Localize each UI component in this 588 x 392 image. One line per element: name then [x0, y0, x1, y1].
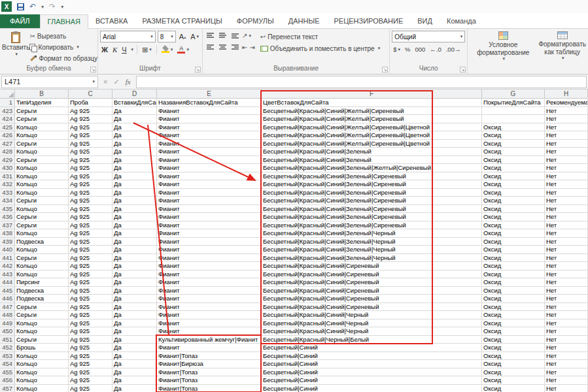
cell[interactable]: Нет	[545, 295, 588, 303]
cell[interactable]: Оксид	[482, 344, 545, 352]
cell[interactable]: Да	[112, 344, 157, 352]
row-header[interactable]: 452	[0, 344, 15, 352]
align-right-icon[interactable]	[230, 42, 240, 52]
save-icon[interactable]	[17, 3, 24, 10]
cell[interactable]: Нет	[545, 164, 588, 172]
cell[interactable]: Кольцо	[15, 123, 69, 132]
bold-button[interactable]: Ж	[100, 44, 109, 55]
cell[interactable]: Бесцветный|Красный|Синий|Сиреневый	[262, 295, 482, 303]
cell[interactable]: Фианит	[157, 262, 262, 270]
cell[interactable]: Кольцо	[15, 368, 69, 377]
row-header[interactable]: 454	[0, 360, 15, 368]
cell[interactable]: Оксид	[482, 156, 545, 165]
cell[interactable]: Нет	[545, 205, 588, 214]
cell[interactable]: Кольцо	[15, 376, 69, 385]
cell[interactable]: Кольцо	[15, 205, 69, 214]
align-top-icon[interactable]	[205, 31, 215, 41]
cell[interactable]: Фианит	[157, 319, 262, 328]
paste-button[interactable]: Вставить ▾	[2, 31, 29, 64]
font-name-select[interactable]: Arial ▾	[100, 31, 156, 42]
cell[interactable]: Да	[112, 205, 157, 214]
cell[interactable]: Оксид	[482, 164, 545, 172]
decrease-font-size-button[interactable]: А▾	[189, 31, 200, 42]
cell[interactable]: Ag 925	[69, 385, 112, 392]
undo-chevron-down-icon[interactable]: ▾	[41, 4, 44, 10]
row-header[interactable]: 457	[0, 385, 15, 392]
cell[interactable]: Бесцветный|Синий	[262, 376, 482, 385]
select-all-corner[interactable]	[0, 90, 15, 98]
cell[interactable]: Нет	[545, 148, 588, 156]
cell[interactable]: Подвеска	[15, 295, 69, 303]
cell[interactable]: Кольцо	[15, 262, 69, 270]
cell[interactable]: Нет	[545, 287, 588, 295]
increase-indent-icon[interactable]: ⇥	[249, 42, 254, 52]
cell[interactable]: Бесцветный|Красный|Синий|Желтый|Сиреневы…	[262, 107, 482, 116]
cell[interactable]: Ag 925	[69, 254, 112, 263]
alignment-dialog-launcher-icon[interactable]: ↘	[382, 67, 388, 73]
cell[interactable]: Оксид	[482, 352, 545, 361]
clipboard-dialog-launcher-icon[interactable]: ↘	[90, 67, 96, 73]
cell[interactable]: Кольцо	[15, 246, 69, 254]
row-header[interactable]: 448	[0, 311, 15, 319]
cell[interactable]: Нет	[545, 352, 588, 361]
column-header-B[interactable]: B	[15, 90, 69, 98]
cell[interactable]: Оксид	[482, 238, 545, 246]
cell[interactable]: Оксид	[482, 123, 545, 132]
cell[interactable]: Фианит	[157, 197, 262, 205]
row-header[interactable]: 451	[0, 336, 15, 344]
cell[interactable]: Серьги	[15, 303, 69, 312]
cell[interactable]: Оксид	[482, 172, 545, 181]
cell[interactable]: Ag 925	[69, 327, 112, 336]
qat-customize-icon[interactable]: ▾	[61, 4, 63, 10]
cell[interactable]: Оксид	[482, 287, 545, 295]
cell[interactable]: Подвеска	[15, 287, 69, 295]
align-middle-icon[interactable]	[217, 31, 228, 41]
cell[interactable]: Бесцветный|Красный|Синий|Зеленый|Сиренев…	[262, 197, 482, 205]
row-header[interactable]: 432	[0, 180, 15, 189]
row-header[interactable]: 446	[0, 295, 15, 303]
row-header[interactable]: 426	[0, 131, 15, 140]
cell[interactable]: Культивированный жемчуг|Фианит	[157, 336, 262, 344]
cell[interactable]: Ag 925	[69, 262, 112, 270]
cancel-icon[interactable]: ×	[103, 78, 107, 86]
cell[interactable]: Бесцветный|Синий	[262, 368, 482, 377]
cell[interactable]	[482, 107, 545, 116]
cell[interactable]: Оксид	[482, 229, 545, 238]
cell[interactable]: Нет	[545, 311, 588, 319]
accounting-format-button[interactable]: $ ▾	[392, 44, 402, 54]
cell[interactable]: Оксид	[482, 303, 545, 312]
align-left-icon[interactable]	[205, 42, 215, 52]
cell[interactable]: Да	[112, 164, 157, 172]
cell[interactable]: Пирсинг	[15, 278, 69, 287]
cell[interactable]: Серьги	[15, 221, 69, 230]
cell[interactable]: Оксид	[482, 189, 545, 197]
cell[interactable]: Ag 925	[69, 107, 112, 116]
fill-color-button[interactable]: ▾	[160, 44, 175, 55]
font-dialog-launcher-icon[interactable]: ↘	[195, 67, 201, 73]
cell[interactable]: Оксид	[482, 221, 545, 230]
cell[interactable]: Бесцветный|Красный|Синий|Желтый|Сиреневы…	[262, 131, 482, 140]
cell[interactable]: Да	[112, 303, 157, 312]
tab-team[interactable]: Команда	[440, 14, 483, 28]
cell[interactable]: Ag 925	[69, 344, 112, 352]
cell[interactable]: Нет	[545, 229, 588, 238]
cell[interactable]: Да	[112, 262, 157, 270]
row-header[interactable]: 430	[0, 164, 15, 172]
cell[interactable]: ПокрытиеДляСайта	[482, 99, 545, 107]
cell[interactable]: Ag 925	[69, 131, 112, 140]
cell[interactable]: Фианит	[157, 180, 262, 189]
cell[interactable]: Нет	[545, 140, 588, 148]
column-header-C[interactable]: C	[69, 90, 112, 98]
cell[interactable]: Серьги	[15, 115, 69, 123]
cell[interactable]: Нет	[545, 156, 588, 165]
cell[interactable]: Нет	[545, 213, 588, 221]
cell[interactable]: Ag 925	[69, 221, 112, 230]
cell[interactable]: Да	[112, 270, 157, 279]
cell[interactable]: Кольцо	[15, 131, 69, 140]
cell[interactable]: Ag 925	[69, 376, 112, 385]
percent-style-button[interactable]: %	[404, 44, 411, 54]
row-header[interactable]: 429	[0, 156, 15, 165]
underline-chevron-icon[interactable]: ▾	[131, 47, 134, 52]
cell[interactable]: Ag 925	[69, 229, 112, 238]
tab-file[interactable]: ФАЙЛ	[0, 14, 40, 28]
